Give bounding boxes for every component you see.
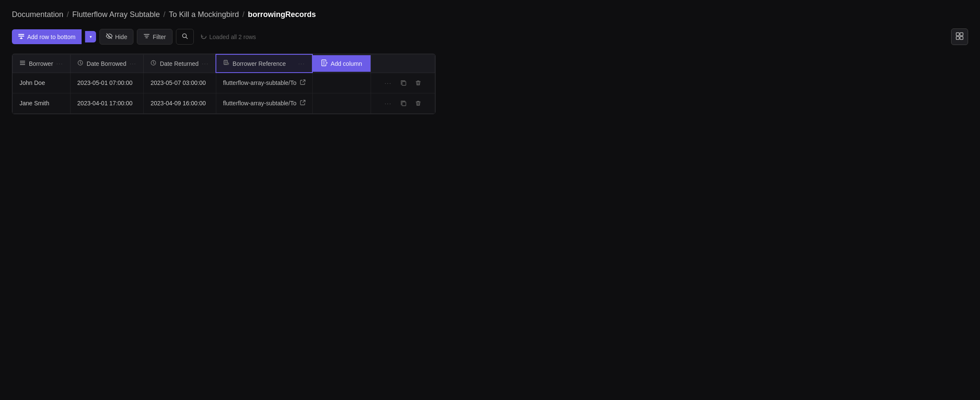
cell-date-borrowed-0: 2023-05-01 07:00:00 — [70, 73, 143, 93]
cell-date-borrowed-1: 2023-04-01 17:00:00 — [70, 93, 143, 113]
grid-icon — [956, 32, 963, 41]
doc-ref-icon — [223, 60, 229, 67]
breadcrumb-item-current: borrowingRecords — [248, 10, 316, 19]
filter-label: Filter — [153, 34, 166, 40]
toolbar-right — [951, 28, 968, 45]
col-borrower-ref-label: Borrower Reference — [232, 60, 295, 67]
toolbar: Add row to bottom ▾ Hide Filter — [12, 28, 968, 45]
refresh-icon — [201, 33, 207, 41]
grid-view-button[interactable] — [951, 28, 968, 45]
add-row-label: Add row to bottom — [27, 34, 76, 40]
svg-rect-19 — [402, 102, 406, 106]
col-header-borrower-ref[interactable]: Borrower Reference ··· — [216, 54, 312, 73]
cell-borrower-ref-1[interactable]: flutterflow-array-subtable/To — [216, 93, 312, 113]
hide-button[interactable]: Hide — [99, 29, 134, 45]
trash-icon-1 — [415, 100, 421, 106]
data-table-wrapper: Borrower ··· Date Borr — [12, 54, 436, 114]
hide-icon — [106, 33, 113, 41]
svg-rect-11 — [20, 64, 25, 65]
svg-rect-8 — [960, 37, 963, 39]
col-borrower-label: Borrower — [29, 60, 53, 67]
loaded-status: Loaded all 2 rows — [201, 33, 256, 41]
data-table: Borrower ··· Date Borr — [12, 54, 435, 114]
row-copy-button-0[interactable] — [399, 78, 408, 88]
page-container: Documentation / Flutterflow Array Subtab… — [0, 0, 980, 124]
hide-label: Hide — [115, 34, 127, 40]
ref-text-1: flutterflow-array-subtable/To — [223, 100, 297, 107]
col-header-date-borrowed[interactable]: Date Borrowed ··· — [70, 54, 143, 73]
copy-icon-0 — [400, 80, 407, 86]
col-date-borrowed-more[interactable]: ··· — [130, 61, 136, 67]
svg-rect-5 — [956, 33, 959, 36]
cell-row-actions-1: ··· — [371, 93, 435, 113]
row-more-button-0[interactable]: ··· — [383, 78, 394, 88]
external-link-icon-0[interactable] — [300, 79, 306, 86]
filter-icon — [143, 33, 150, 41]
svg-rect-7 — [956, 37, 959, 39]
svg-rect-10 — [20, 62, 25, 63]
breadcrumb-item-documentation[interactable]: Documentation — [12, 10, 63, 19]
svg-rect-18 — [402, 82, 406, 85]
col-date-borrowed-label: Date Borrowed — [87, 60, 126, 67]
breadcrumb: Documentation / Flutterflow Array Subtab… — [12, 10, 968, 19]
svg-rect-0 — [18, 34, 24, 35]
svg-rect-6 — [960, 33, 963, 36]
more-icon-0: ··· — [385, 80, 392, 86]
cell-add-col-1 — [312, 93, 371, 113]
breadcrumb-separator-1: / — [67, 10, 69, 19]
row-more-button-1[interactable]: ··· — [383, 99, 394, 108]
cell-add-col-0 — [312, 73, 371, 93]
add-row-dropdown-button[interactable]: ▾ — [85, 31, 96, 42]
more-icon-1: ··· — [385, 100, 392, 107]
col-header-borrower[interactable]: Borrower ··· — [13, 54, 71, 73]
col-header-actions-spacer — [371, 54, 435, 73]
row-delete-button-1[interactable] — [414, 99, 423, 108]
col-borrower-more[interactable]: ··· — [57, 61, 63, 67]
loaded-status-text: Loaded all 2 rows — [210, 34, 256, 40]
clock-icon-borrowed — [77, 60, 83, 67]
col-header-add: Add column — [312, 54, 371, 73]
add-column-button[interactable]: Add column — [313, 55, 371, 72]
search-button[interactable] — [176, 29, 194, 45]
col-date-returned-more[interactable]: ··· — [202, 61, 209, 67]
table-row: John Doe2023-05-01 07:00:002023-05-07 03… — [13, 73, 435, 93]
external-link-icon-1[interactable] — [300, 100, 306, 107]
ref-text-0: flutterflow-array-subtable/To — [223, 79, 297, 86]
rows-icon — [20, 60, 25, 67]
table-row: Jane Smith2023-04-01 17:00:002023-04-09 … — [13, 93, 435, 113]
breadcrumb-separator-3: / — [242, 10, 244, 19]
cell-row-actions-0: ··· — [371, 73, 435, 93]
col-header-date-returned[interactable]: Date Returned ··· — [144, 54, 216, 73]
add-column-icon — [321, 59, 328, 68]
search-icon — [181, 34, 188, 41]
col-borrower-ref-more[interactable]: ··· — [298, 61, 305, 67]
cell-date-returned-1: 2023-04-09 16:00:00 — [144, 93, 216, 113]
add-row-button[interactable]: Add row to bottom — [12, 29, 82, 44]
cell-borrower-1[interactable]: Jane Smith — [13, 93, 71, 113]
row-delete-button-0[interactable] — [414, 78, 423, 87]
trash-icon-0 — [415, 80, 421, 86]
add-column-label: Add column — [331, 60, 362, 67]
breadcrumb-separator-2: / — [163, 10, 165, 19]
chevron-down-icon: ▾ — [90, 34, 92, 39]
copy-icon-1 — [400, 100, 407, 107]
filter-button[interactable]: Filter — [137, 29, 172, 45]
breadcrumb-item-book[interactable]: To Kill a Mockingbird — [169, 10, 239, 19]
cell-borrower-ref-0[interactable]: flutterflow-array-subtable/To — [216, 73, 312, 93]
add-row-icon — [18, 33, 25, 41]
breadcrumb-item-subtable[interactable]: Flutterflow Array Subtable — [72, 10, 160, 19]
svg-rect-9 — [20, 61, 25, 62]
cell-borrower-0[interactable]: John Doe — [13, 73, 71, 93]
clock-icon-returned — [150, 60, 156, 67]
cell-date-returned-0: 2023-05-07 03:00:00 — [144, 73, 216, 93]
svg-rect-1 — [18, 36, 24, 37]
svg-rect-3 — [20, 38, 23, 39]
row-copy-button-1[interactable] — [399, 99, 408, 108]
col-date-returned-label: Date Returned — [160, 60, 198, 67]
